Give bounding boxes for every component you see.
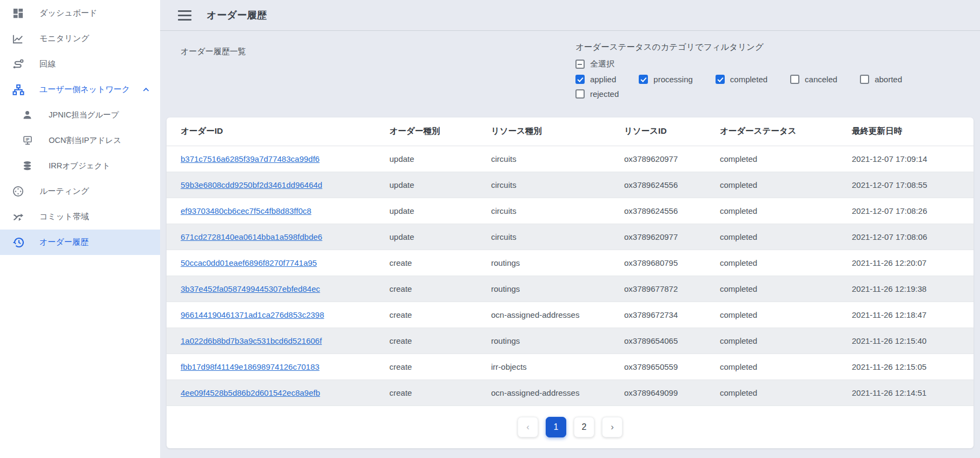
order-id-link[interactable]: fbb17d98f41149e18698974126c70183 bbox=[181, 362, 320, 371]
resource-id-cell: ox3789620977 bbox=[624, 146, 720, 172]
order-status-cell: completed bbox=[720, 224, 852, 250]
order-status-cell: completed bbox=[720, 146, 852, 172]
resource-id-cell: ox3789620977 bbox=[624, 224, 720, 250]
filter-option-rejected[interactable]: rejected bbox=[575, 89, 619, 99]
checkbox-icon[interactable] bbox=[790, 75, 799, 84]
table-row: 3b37e452fa0587499445307ebfed84ec create … bbox=[167, 276, 974, 302]
routing-icon bbox=[11, 184, 25, 199]
column-header-order-type: オーダー種別 bbox=[389, 117, 491, 146]
select-all-checkbox[interactable]: 全選択 bbox=[575, 59, 614, 69]
topbar: オーダー履歴 bbox=[160, 0, 980, 31]
sidebar-item-commit-bandwidth[interactable]: コミット帯域 bbox=[0, 204, 160, 230]
filter-option-applied[interactable]: applied bbox=[575, 75, 616, 84]
list-title: オーダー履歴一覧 bbox=[181, 42, 246, 104]
order-status-cell: completed bbox=[720, 328, 852, 354]
sidebar-item-user-network[interactable]: ユーザー側ネットワーク bbox=[0, 77, 160, 102]
filter-option-processing[interactable]: processing bbox=[639, 75, 693, 84]
order-history-card: オーダーID オーダー種別 リソース種別 リソースID オーダーステータス 最終… bbox=[167, 117, 974, 448]
checkbox-icon[interactable] bbox=[575, 75, 585, 84]
table-header-row: オーダーID オーダー種別 リソース種別 リソースID オーダーステータス 最終… bbox=[167, 117, 974, 146]
resource-type-cell: ocn-assigned-addresses bbox=[491, 380, 624, 405]
main-area: オーダー履歴 オーダー履歴一覧 オーダーステータスのカテゴリでフィルタリング 全… bbox=[160, 0, 980, 458]
page-2-button[interactable]: 2 bbox=[574, 417, 594, 437]
monitoring-icon bbox=[11, 31, 25, 46]
page-1-button[interactable]: 1 bbox=[546, 417, 566, 437]
order-type-cell: create bbox=[389, 250, 491, 276]
next-page-button[interactable]: › bbox=[602, 417, 623, 437]
order-id-link[interactable]: ef93703480cb6cec7f5c4fb8d83ff0c8 bbox=[181, 206, 312, 215]
order-id-link[interactable]: 1a022d6b8bd7b3a9c531bcd6d521606f bbox=[181, 336, 322, 345]
bandwidth-icon bbox=[11, 210, 25, 224]
order-type-cell: update bbox=[389, 198, 491, 224]
sidebar-item-jpnic-group[interactable]: JPNIC担当グループ bbox=[0, 102, 160, 128]
prev-page-button[interactable]: ‹ bbox=[518, 417, 538, 437]
order-id-link[interactable]: 3b37e452fa0587499445307ebfed84ec bbox=[181, 284, 320, 293]
table-row: 966144190461371ad1ca276d853c2398 create … bbox=[167, 302, 974, 328]
column-header-resource-id: リソースID bbox=[624, 117, 720, 146]
checkbox-icon[interactable] bbox=[639, 75, 648, 84]
sidebar-item-circuits[interactable]: 回線 bbox=[0, 51, 160, 77]
resource-type-cell: irr-objects bbox=[491, 354, 624, 380]
table-row: 50ccac0dd01eaef6896f8270f7741a95 create … bbox=[167, 250, 974, 276]
resource-type-cell: routings bbox=[491, 328, 624, 354]
updated-at-cell: 2021-12-07 17:08:26 bbox=[852, 198, 974, 224]
order-id-link[interactable]: 59b3e6808cdd9250bf2d3461dd96464d bbox=[181, 180, 322, 189]
table-row: 59b3e6808cdd9250bf2d3461dd96464d update … bbox=[167, 172, 974, 198]
indeterminate-checkbox-icon[interactable] bbox=[575, 60, 585, 69]
updated-at-cell: 2021-11-26 12:18:47 bbox=[852, 302, 974, 328]
order-id-link[interactable]: 966144190461371ad1ca276d853c2398 bbox=[181, 310, 324, 319]
sidebar-item-routing[interactable]: ルーティング bbox=[0, 179, 160, 204]
sidebar: ダッシュボード モニタリング 回線 ユーザー側ネットワーク JPNIC担当グルー… bbox=[0, 0, 160, 458]
table-row: 1a022d6b8bd7b3a9c531bcd6d521606f create … bbox=[167, 328, 974, 354]
filter-option-canceled[interactable]: canceled bbox=[790, 75, 837, 84]
order-id-link[interactable]: b371c7516a6285f39a7d77483ca99df6 bbox=[181, 154, 320, 163]
resource-type-cell: circuits bbox=[491, 172, 624, 198]
order-id-link[interactable]: 671cd2728140ea0614bba1a598fdbde6 bbox=[181, 232, 322, 241]
sidebar-item-monitoring[interactable]: モニタリング bbox=[0, 26, 160, 51]
sidebar-item-order-history[interactable]: オーダー履歴 bbox=[0, 230, 160, 255]
order-id-link[interactable]: 50ccac0dd01eaef6896f8270f7741a95 bbox=[181, 258, 317, 267]
ip-address-icon: IP bbox=[21, 134, 34, 147]
order-type-cell: create bbox=[389, 380, 491, 405]
column-header-order-status: オーダーステータス bbox=[720, 117, 852, 146]
dashboard-icon bbox=[11, 6, 25, 21]
hamburger-menu-icon[interactable] bbox=[178, 10, 191, 21]
resource-type-cell: circuits bbox=[491, 224, 624, 250]
history-icon bbox=[11, 235, 25, 250]
resource-type-cell: routings bbox=[491, 276, 624, 302]
sidebar-item-ocn-ip-address[interactable]: IP OCN割当IPアドレス bbox=[0, 128, 160, 153]
resource-id-cell: ox3789672734 bbox=[624, 302, 720, 328]
checkbox-icon[interactable] bbox=[860, 75, 869, 84]
order-status-cell: completed bbox=[720, 250, 852, 276]
order-status-cell: completed bbox=[720, 380, 852, 405]
filter-option-completed[interactable]: completed bbox=[716, 75, 767, 84]
sidebar-item-label: オーダー履歴 bbox=[39, 237, 89, 247]
order-type-cell: create bbox=[389, 354, 491, 380]
order-type-cell: update bbox=[389, 172, 491, 198]
status-filter: オーダーステータスのカテゴリでフィルタリング 全選択 applied proce… bbox=[575, 42, 902, 104]
chevron-up-icon[interactable] bbox=[142, 86, 150, 94]
resource-id-cell: ox3789624556 bbox=[624, 172, 720, 198]
filter-option-aborted[interactable]: aborted bbox=[860, 75, 902, 84]
resource-type-cell: ocn-assigned-addresses bbox=[491, 302, 624, 328]
table-row: 4ee09f4528b5d86b2d601542ec8a9efb create … bbox=[167, 380, 974, 405]
table-row: b371c7516a6285f39a7d77483ca99df6 update … bbox=[167, 146, 974, 172]
resource-id-cell: ox3789654065 bbox=[624, 328, 720, 354]
resource-id-cell: ox3789680795 bbox=[624, 250, 720, 276]
order-type-cell: update bbox=[389, 146, 491, 172]
checkbox-icon[interactable] bbox=[716, 75, 725, 84]
database-icon bbox=[21, 160, 34, 172]
order-status-cell: completed bbox=[720, 172, 852, 198]
sidebar-item-irr-objects[interactable]: IRRオブジェクト bbox=[0, 153, 160, 179]
resource-type-cell: routings bbox=[491, 250, 624, 276]
order-type-cell: create bbox=[389, 302, 491, 328]
order-id-link[interactable]: 4ee09f4528b5d86b2d601542ec8a9efb bbox=[181, 388, 320, 397]
updated-at-cell: 2021-12-07 17:09:14 bbox=[852, 146, 974, 172]
updated-at-cell: 2021-12-07 17:08:55 bbox=[852, 172, 974, 198]
resource-type-cell: circuits bbox=[491, 146, 624, 172]
select-all-row: 全選択 bbox=[575, 59, 902, 69]
filter-options-row: applied processing completed canceled bbox=[575, 75, 902, 84]
order-status-cell: completed bbox=[720, 302, 852, 328]
checkbox-icon[interactable] bbox=[575, 89, 585, 99]
sidebar-item-dashboard[interactable]: ダッシュボード bbox=[0, 1, 160, 26]
